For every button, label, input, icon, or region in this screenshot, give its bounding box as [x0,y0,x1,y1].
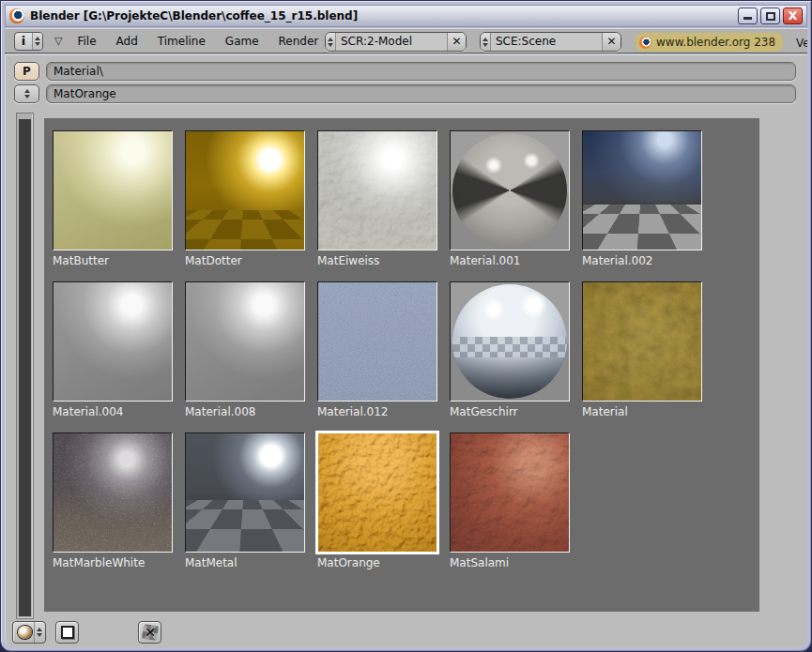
blender-org-badge[interactable]: www.blender.org 238 [636,33,783,52]
thumb-floor [583,205,701,250]
vertical-scrollbar[interactable] [16,113,34,619]
minimize-button[interactable] [738,8,758,24]
menu-list: FileAddTimelineGameRenderHelp [77,35,363,48]
material-thumbnail-MatOrange[interactable] [317,432,437,553]
collapse-menus-icon[interactable]: ▽ [54,35,62,47]
blender-logo-icon [9,8,24,23]
material-item[interactable]: Material.004 [53,281,174,420]
material-thumbnail-Material[interactable] [582,281,702,402]
thumb-glow-layer [451,433,569,552]
material-item[interactable]: MatOrange [317,432,438,571]
window-type-spinner[interactable] [32,33,42,50]
screen-selector: SCR:2-Model ✕ [325,32,467,52]
square-icon [61,626,74,639]
thumb-glow-layer [318,131,437,250]
material-label: Material.001 [450,250,571,269]
material-browse-button[interactable] [12,621,46,644]
material-thumbnail-MatEiweiss[interactable] [317,130,437,250]
material-preview-panel: MatButterMatDotterMatEiweissMaterial.001… [44,118,759,612]
material-label: Material.002 [582,250,703,269]
window-title: Blender [G:\ProjekteC\Blender\coffee_15_… [30,9,358,23]
scrollbar-thumb[interactable] [19,119,31,616]
scene-field[interactable]: SCE:Scene [491,33,602,51]
screen-field[interactable]: SCR:2-Model [336,33,447,51]
material-label: MatSalami [450,553,571,571]
version-label: Ve:4270 [796,37,807,50]
info-window-icon: i [15,33,32,50]
thumb-glow-layer [54,131,172,250]
material-item[interactable]: MatMetal [185,432,306,571]
scene-selector: SCE:Scene ✕ [480,32,621,52]
material-label: MatButter [53,250,174,269]
blender-badge-icon [639,37,651,49]
thumb-glow-layer [54,282,172,401]
blender-window: Blender [G:\ProjekteC\Blender\coffee_15_… [0,0,812,652]
material-label: MatGeschirr [450,402,571,420]
material-spinner[interactable] [34,622,44,643]
thumb-floor [186,500,304,552]
scene-spinner[interactable] [481,33,491,51]
maximize-icon [766,12,775,21]
material-item[interactable]: Material [582,281,703,420]
material-thumbnail-Material.002[interactable] [582,130,702,250]
thumb-glow-layer [54,433,172,552]
material-thumbnail-MatMarbleWhite[interactable] [53,432,173,553]
clear-button[interactable] [138,621,161,644]
material-item[interactable]: MatDotter [185,130,306,269]
thumb-glow-layer [186,282,304,401]
material-thumbnail-MatSalami[interactable] [450,432,570,553]
material-item[interactable]: MatEiweiss [317,130,438,269]
material-item[interactable]: MatButter [53,130,174,269]
window-type-button[interactable]: i [14,32,43,51]
material-label: Material.008 [185,402,306,420]
material-thumbnail-MatDotter[interactable] [185,130,305,250]
material-label: MatMarbleWhite [53,553,174,571]
material-thumbnail-MatButter[interactable] [53,130,173,250]
material-label: MatMetal [185,553,306,571]
thumb-floor [186,210,304,250]
menu-render[interactable]: Render [279,35,319,48]
thumb-glow-layer [318,433,437,552]
material-item[interactable]: Material.002 [582,130,703,269]
name-field[interactable]: MatOrange [46,84,796,103]
material-label: MatEiweiss [317,250,438,269]
scene-clear-icon[interactable]: ✕ [602,33,620,51]
menu-add[interactable]: Add [116,35,138,48]
name-spinner-button[interactable] [14,84,39,103]
thumb-sphere [452,284,567,399]
material-icon [18,626,32,639]
material-thumbnail-MatMetal[interactable] [185,432,305,553]
material-thumbnail-Material.012[interactable] [317,281,437,402]
material-label: MatDotter [185,250,306,269]
material-item[interactable]: Material.012 [317,281,438,420]
material-thumbnail-Material.004[interactable] [53,281,173,402]
parent-dir-button[interactable]: P [14,62,39,81]
site-label: www.blender.org 238 [656,36,775,49]
menu-timeline[interactable]: Timeline [158,35,206,48]
window-controls: X [738,8,803,24]
material-thumbnail-Material.008[interactable] [185,281,305,402]
material-label: Material [582,402,703,420]
material-thumbnail-MatGeschirr[interactable] [450,281,570,402]
title-bar: Blender [G:\ProjekteC\Blender\coffee_15_… [5,5,807,27]
x-pinwheel-icon [141,624,158,641]
material-item[interactable]: MatGeschirr [450,281,571,420]
material-item[interactable]: MatMarbleWhite [53,432,174,571]
material-thumbnail-Material.001[interactable] [450,130,570,250]
material-label: MatOrange [317,553,438,571]
menu-file[interactable]: File [77,35,96,48]
thumb-glow-layer [583,282,701,401]
menu-game[interactable]: Game [225,35,259,48]
material-label: Material.012 [317,402,438,420]
material-item[interactable]: Material.001 [450,130,571,269]
material-item[interactable]: Material.008 [185,281,306,420]
material-item[interactable]: MatSalami [450,432,571,571]
screen-spinner[interactable] [326,33,336,51]
screen-clear-icon[interactable]: ✕ [447,33,466,51]
maximize-button[interactable] [760,8,780,24]
minimize-icon [743,17,752,20]
close-button[interactable]: X [783,8,803,24]
thumb-glow-layer [318,282,437,401]
square-toggle-button[interactable] [55,621,79,644]
path-field[interactable]: Material\ [46,62,796,81]
